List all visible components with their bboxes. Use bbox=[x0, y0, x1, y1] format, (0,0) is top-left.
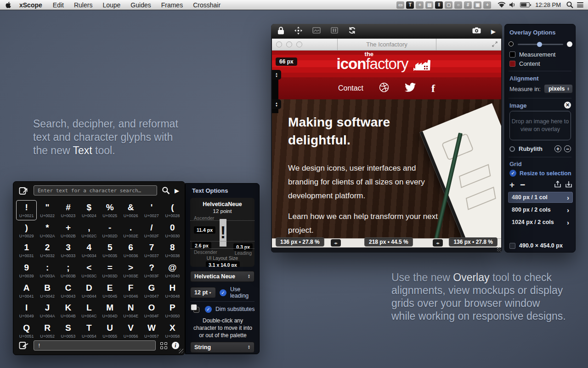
measure-handle-bottom[interactable]: ▲▼ bbox=[272, 99, 281, 109]
facebook-icon[interactable]: f bbox=[431, 82, 435, 95]
font-size-dropdown[interactable]: 12 pt ▼ bbox=[190, 287, 216, 298]
character-cell[interactable]: 8U+0038 bbox=[162, 240, 183, 260]
character-cell[interactable]: PU+0050 bbox=[162, 300, 183, 321]
resize-to-selection-checkbox[interactable]: ✓ bbox=[509, 170, 516, 177]
character-cell[interactable]: IU+0049 bbox=[16, 300, 37, 321]
grid-preset-800[interactable]: 800 px / 2 cols› bbox=[508, 204, 573, 215]
use-leading-checkbox[interactable]: ✓ bbox=[220, 289, 226, 296]
units-dropdown[interactable]: pixels ▲▼ bbox=[544, 84, 573, 93]
wifi-icon[interactable] bbox=[498, 2, 506, 8]
character-cell[interactable]: 9U+0039 bbox=[16, 260, 37, 281]
character-cell[interactable]: .U+002E bbox=[120, 220, 141, 241]
character-cell[interactable]: DU+0044 bbox=[79, 281, 99, 301]
character-string-input[interactable] bbox=[34, 340, 156, 351]
image-dropzone[interactable]: Drop an image here to view on overlay bbox=[509, 111, 571, 140]
menu-guides[interactable]: Guides bbox=[125, 1, 156, 9]
window-zoom-button[interactable] bbox=[296, 41, 302, 47]
export-text-icon[interactable] bbox=[19, 186, 29, 195]
crosshair-tool-icon[interactable]: + bbox=[416, 1, 424, 9]
character-cell[interactable]: 5U+0035 bbox=[100, 240, 120, 260]
guides-tool-icon[interactable]: + bbox=[483, 1, 491, 9]
character-cell[interactable]: )U+0029 bbox=[16, 220, 37, 241]
expand-icon[interactable] bbox=[492, 40, 498, 49]
character-cell[interactable]: 7U+0037 bbox=[141, 240, 162, 260]
dim-substitutes-checkbox[interactable]: ✓ bbox=[205, 306, 212, 313]
opacity-slider-knob[interactable] bbox=[537, 42, 542, 47]
character-cell[interactable]: :U+003A bbox=[37, 260, 57, 281]
dribbble-icon[interactable] bbox=[379, 82, 389, 94]
info-icon[interactable]: i bbox=[172, 342, 179, 349]
character-cell[interactable]: BU+0042 bbox=[37, 281, 57, 301]
remove-grid-button[interactable]: − bbox=[520, 182, 525, 188]
play-button[interactable]: ▶ bbox=[491, 28, 496, 35]
character-cell[interactable]: 3U+0033 bbox=[58, 240, 79, 260]
character-cell[interactable]: @U+0040 bbox=[162, 260, 183, 281]
character-cell[interactable]: *U+002A bbox=[37, 220, 57, 241]
rubylith-radio[interactable] bbox=[509, 146, 515, 152]
character-cell[interactable]: ?U+003F bbox=[141, 260, 162, 281]
window-minimize-button[interactable] bbox=[286, 41, 292, 47]
character-cell[interactable]: 'U+0027 bbox=[141, 200, 162, 220]
grid-view-icon[interactable] bbox=[160, 342, 167, 349]
rubylith-increase-button[interactable]: + bbox=[554, 145, 561, 152]
character-cell[interactable]: -U+002D bbox=[100, 220, 120, 241]
add-grid-button[interactable]: + bbox=[509, 182, 514, 188]
character-cell[interactable]: /U+002F bbox=[141, 220, 162, 241]
character-cell[interactable]: &U+0026 bbox=[120, 200, 141, 220]
character-cell[interactable]: ,U+002C bbox=[79, 220, 99, 241]
iconfactory-logo[interactable]: the icon factory bbox=[337, 55, 432, 73]
twitter-icon[interactable] bbox=[405, 83, 416, 94]
character-cell[interactable]: NU+004E bbox=[120, 300, 141, 321]
character-cell[interactable]: =U+003D bbox=[100, 260, 120, 281]
menu-loupe[interactable]: Loupe bbox=[97, 1, 125, 9]
window-close-button[interactable] bbox=[276, 41, 282, 47]
character-cell[interactable]: 1U+0031 bbox=[16, 240, 37, 260]
character-cell[interactable]: KU+004B bbox=[58, 300, 79, 321]
export-grid-icon[interactable] bbox=[554, 181, 561, 189]
character-cell[interactable]: GU+0047 bbox=[141, 281, 162, 301]
menu-crosshair[interactable]: Crosshair bbox=[188, 1, 226, 9]
close-image-icon[interactable]: ✕ bbox=[564, 102, 571, 109]
measurement-checkbox[interactable] bbox=[509, 52, 515, 58]
nav-contact-link[interactable]: Contact bbox=[338, 84, 363, 92]
character-cell[interactable]: HU+0048 bbox=[162, 281, 183, 301]
column-handle[interactable]: ◂▸ bbox=[433, 239, 443, 247]
character-cell[interactable]: 0U+0030 bbox=[162, 220, 183, 241]
frames-tool-icon[interactable]: ▢ bbox=[445, 1, 452, 9]
character-cell[interactable]: JU+004A bbox=[37, 300, 57, 321]
character-cell[interactable]: 2U+0032 bbox=[37, 240, 57, 260]
size-checkbox[interactable] bbox=[509, 243, 515, 249]
character-cell[interactable]: !U+0021 bbox=[16, 200, 37, 220]
character-cell[interactable]: (U+0028 bbox=[162, 200, 183, 220]
rubylith-decrease-button[interactable]: − bbox=[564, 145, 571, 152]
character-cell[interactable]: >U+003E bbox=[120, 260, 141, 281]
string-mode-dropdown[interactable]: String ▲▼ bbox=[190, 342, 254, 353]
move-icon[interactable] bbox=[294, 27, 302, 36]
lock-icon[interactable] bbox=[277, 27, 284, 36]
menu-clock[interactable]: 12:28 PM bbox=[533, 1, 563, 8]
battery-icon[interactable] bbox=[520, 2, 530, 7]
character-cell[interactable]: AU+0041 bbox=[16, 281, 37, 301]
character-cell[interactable]: 6U+0036 bbox=[120, 240, 141, 260]
character-cell[interactable]: %U+0025 bbox=[100, 200, 120, 220]
character-cell[interactable]: EU+0045 bbox=[100, 281, 120, 301]
font-family-dropdown[interactable]: Helvetica Neue ▲▼ bbox=[190, 271, 254, 282]
opacity-slider[interactable] bbox=[509, 41, 572, 47]
resize-grip[interactable] bbox=[497, 247, 501, 252]
spotlight-icon[interactable] bbox=[566, 1, 573, 8]
search-icon[interactable] bbox=[162, 186, 170, 195]
apple-menu[interactable] bbox=[0, 1, 17, 9]
content-checkbox[interactable] bbox=[509, 61, 515, 67]
ruler-tool-icon[interactable]: ▤ bbox=[425, 1, 433, 9]
character-cell[interactable]: +U+002B bbox=[58, 220, 79, 241]
character-cell[interactable]: $U+0024 bbox=[79, 200, 99, 220]
screenshot-camera-icon[interactable] bbox=[472, 27, 481, 35]
column-handle[interactable]: ◂▸ bbox=[331, 239, 341, 247]
character-cell[interactable]: OU+004F bbox=[141, 300, 162, 321]
resize-grip[interactable] bbox=[179, 349, 183, 353]
character-cell[interactable]: MU+004D bbox=[100, 300, 120, 321]
dimensions-tool-icon[interactable]: ▭ bbox=[396, 1, 404, 9]
image-overlay-icon[interactable] bbox=[312, 27, 321, 35]
character-cell[interactable]: "U+0022 bbox=[37, 200, 57, 220]
character-cell[interactable]: 4U+0034 bbox=[79, 240, 99, 260]
